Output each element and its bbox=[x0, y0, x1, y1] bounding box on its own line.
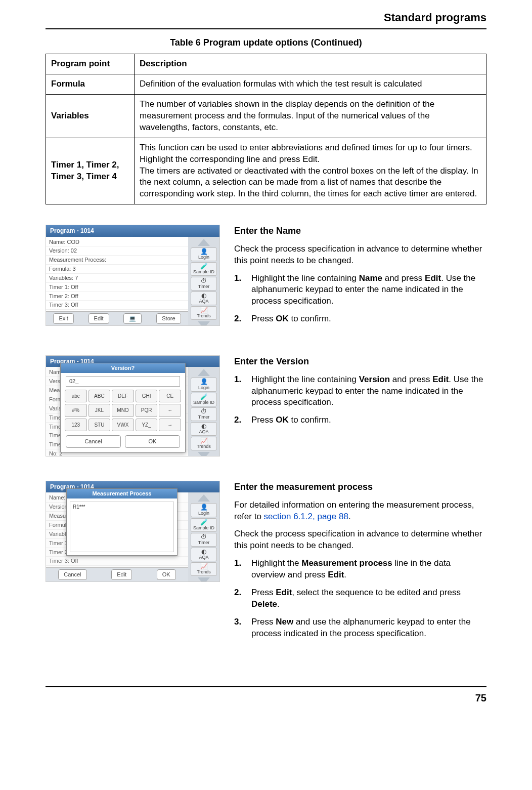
side-login-button[interactable]: 👤Login bbox=[191, 378, 217, 391]
label: Sample ID bbox=[193, 269, 214, 274]
step: Highlight the Measurement process line i… bbox=[234, 558, 486, 581]
scroll-down-icon[interactable] bbox=[198, 452, 210, 456]
side-aqa-button[interactable]: ◐AQA bbox=[191, 292, 217, 305]
step: Press OK to confirm. bbox=[234, 414, 486, 426]
th-program-point: Program point bbox=[46, 54, 135, 74]
side-aqa-button[interactable]: ◐AQA bbox=[191, 422, 217, 436]
screenshot-enter-name: Program - 1014 Name: COD Version: 02 Mea… bbox=[46, 225, 220, 326]
list-item: Timer 1: Off bbox=[46, 283, 188, 292]
side-timer-button[interactable]: ⏱Timer bbox=[191, 277, 217, 290]
key[interactable]: GHI bbox=[136, 390, 158, 403]
key[interactable]: #% bbox=[65, 404, 87, 417]
cell-point: Formula bbox=[46, 74, 135, 94]
store-button[interactable]: Store bbox=[156, 313, 181, 324]
section-enter-measurement-process: Program - 1014 Name: CODVersion: 02Measu… bbox=[46, 481, 486, 646]
cross-reference-link[interactable]: section 6.1.2, page 88 bbox=[264, 512, 348, 521]
step: Highlight the line containing Version an… bbox=[234, 374, 486, 409]
header-rule bbox=[46, 28, 486, 29]
cell-point: Timer 1, Timer 2, Timer 3, Timer 4 bbox=[46, 138, 135, 204]
side-login-button[interactable]: 👤Login bbox=[191, 503, 217, 517]
cell-desc: Definition of the evaluation formulas wi… bbox=[135, 74, 486, 94]
cell-desc: The number of variables shown in the dis… bbox=[135, 94, 486, 138]
thumb-sidebar: 👤Login 🧪Sample ID ⏱Timer ◐AQA 📈Trends bbox=[188, 237, 219, 326]
side-login-button[interactable]: 👤Login bbox=[191, 247, 217, 261]
thumb-bottombar: Cancel Edit OK bbox=[46, 567, 188, 581]
header-title: Standard programs bbox=[46, 10, 486, 25]
list-item: Measurement Process: bbox=[46, 256, 188, 265]
key[interactable]: JKL bbox=[88, 404, 111, 417]
page-footer: 75 bbox=[46, 686, 486, 705]
thumb-bottombar: Exit Edit 💻 Store bbox=[46, 311, 188, 325]
key[interactable]: CE bbox=[159, 390, 181, 403]
key[interactable]: ← bbox=[159, 404, 181, 417]
side-timer-button[interactable]: ⏱Timer bbox=[191, 407, 217, 421]
section-heading: Enter the Version bbox=[234, 355, 486, 367]
pc-icon-button[interactable]: 💻 bbox=[123, 313, 142, 324]
thumb-titlebar: Program - 1014 bbox=[46, 225, 219, 236]
measurement-process-modal: Measurement Process R1*** bbox=[66, 488, 178, 556]
list-item: Formula: 3 bbox=[46, 265, 188, 274]
side-sampleid-button[interactable]: 🧪Sample ID bbox=[191, 393, 217, 406]
screenshot-enter-version: Program - 1014 Name: CODVersion: 02Measu… bbox=[46, 355, 220, 456]
side-trends-button[interactable]: 📈Trends bbox=[191, 306, 217, 320]
section-heading: Enter the measurement process bbox=[234, 481, 486, 493]
key[interactable]: MNO bbox=[112, 404, 134, 417]
label: AQA bbox=[199, 299, 208, 304]
key[interactable]: PQR bbox=[136, 404, 158, 417]
cell-desc: This function can be used to enter abbre… bbox=[135, 138, 486, 204]
ok-button[interactable]: OK bbox=[157, 569, 176, 580]
keypad-grid: abc ABC DEF GHI CE #% JKL MNO PQR ← 123 … bbox=[61, 390, 185, 434]
cancel-button[interactable]: Cancel bbox=[58, 569, 86, 580]
key[interactable]: abc bbox=[65, 390, 87, 403]
th-description: Description bbox=[135, 54, 486, 74]
edit-button[interactable]: Edit bbox=[111, 569, 132, 580]
label: Timer bbox=[198, 284, 210, 289]
side-sampleid-button[interactable]: 🧪Sample ID bbox=[191, 262, 217, 276]
table-row: Timer 1, Timer 2, Timer 3, Timer 4 This … bbox=[46, 138, 486, 204]
key[interactable]: ABC bbox=[88, 390, 111, 403]
label: Login bbox=[198, 255, 209, 260]
side-trends-button[interactable]: 📈Trends bbox=[191, 562, 217, 576]
scroll-down-icon[interactable] bbox=[198, 321, 210, 326]
keypad-field[interactable]: 02_ bbox=[66, 376, 180, 387]
section-enter-version: Program - 1014 Name: CODVersion: 02Measu… bbox=[46, 355, 486, 456]
key[interactable]: YZ_ bbox=[136, 419, 158, 432]
list-item: Version: 02 bbox=[46, 246, 188, 256]
cell-point: Variables bbox=[46, 94, 135, 138]
keypad-cancel-button[interactable]: Cancel bbox=[66, 435, 121, 448]
key[interactable]: → bbox=[159, 419, 181, 432]
list-item: Timer 3: Off bbox=[46, 301, 188, 310]
step: Press New and use the alphanumeric keypa… bbox=[234, 616, 486, 640]
keypad-ok-button[interactable]: OK bbox=[125, 435, 180, 448]
exit-button[interactable]: Exit bbox=[53, 313, 73, 324]
modal-title: Measurement Process bbox=[67, 489, 177, 498]
list-item: Variables: 7 bbox=[46, 274, 188, 283]
key[interactable]: DEF bbox=[112, 390, 134, 403]
side-trends-button[interactable]: 📈Trends bbox=[191, 437, 217, 450]
section-heading: Enter the Name bbox=[234, 225, 486, 237]
label: Trends bbox=[197, 313, 211, 318]
section-enter-name: Program - 1014 Name: COD Version: 02 Mea… bbox=[46, 225, 486, 331]
side-aqa-button[interactable]: ◐AQA bbox=[191, 548, 217, 561]
step: Press OK to confirm. bbox=[234, 313, 486, 325]
keypad-modal: Version? 02_ abc ABC DEF GHI CE #% JKL M… bbox=[60, 363, 186, 452]
key[interactable]: 123 bbox=[65, 419, 87, 432]
table-row: Variables The number of variables shown … bbox=[46, 94, 486, 138]
key[interactable]: STU bbox=[88, 419, 111, 432]
table-caption: Table 6 Program update options (Continue… bbox=[46, 36, 486, 49]
section-paragraph: Check the process specification in advan… bbox=[234, 528, 486, 552]
list-item: Name: COD bbox=[46, 238, 188, 247]
modal-list[interactable]: R1*** bbox=[70, 502, 174, 552]
scroll-up-icon[interactable] bbox=[198, 239, 210, 246]
thumb-sidebar: 👤Login 🧪Sample ID ⏱Timer ◐AQA 📈Trends bbox=[188, 492, 219, 582]
list-item: Timer 2: Off bbox=[46, 292, 188, 301]
scroll-down-icon[interactable] bbox=[198, 577, 210, 582]
scroll-up-icon[interactable] bbox=[198, 369, 210, 376]
screenshot-measurement-process: Program - 1014 Name: CODVersion: 02Measu… bbox=[46, 481, 220, 582]
key[interactable]: VWX bbox=[112, 419, 134, 432]
scroll-up-icon[interactable] bbox=[198, 494, 210, 502]
edit-button[interactable]: Edit bbox=[88, 313, 109, 324]
side-timer-button[interactable]: ⏱Timer bbox=[191, 533, 217, 547]
side-sampleid-button[interactable]: 🧪Sample ID bbox=[191, 518, 217, 532]
step: Press Edit, select the sequence to be ed… bbox=[234, 587, 486, 610]
